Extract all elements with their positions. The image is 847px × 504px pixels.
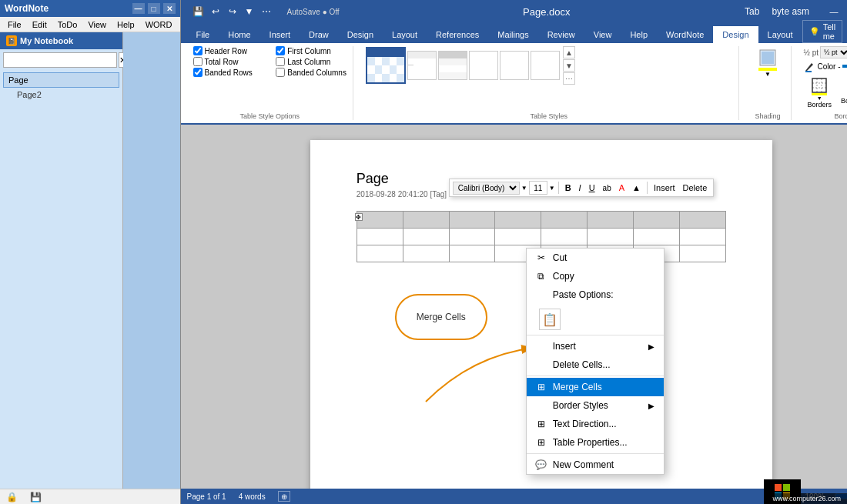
active-table-style[interactable] (366, 47, 406, 84)
tab-draw[interactable]: Draw (300, 26, 338, 43)
table-cell-r2c6[interactable] (588, 229, 634, 245)
tab-wordnote[interactable]: WordNote (657, 26, 713, 43)
tab-home[interactable]: Home (219, 26, 259, 43)
document-scroll-area[interactable]: Page 2018-09-28 20:41:20 [Tag] Calibri (… (181, 125, 848, 489)
wordnote-minimize-btn[interactable]: — (132, 3, 145, 14)
wordnote-maximize-btn[interactable]: □ (148, 3, 160, 14)
save-quick-btn[interactable]: 💾 (192, 5, 206, 18)
table-styles-up-btn[interactable]: ▲ (563, 46, 575, 58)
share-btn[interactable]: ⬆ (842, 26, 847, 38)
table-style-4[interactable] (469, 51, 498, 80)
tab-insert[interactable]: Insert (260, 26, 300, 43)
table-cell-r2c3[interactable] (449, 229, 495, 245)
table-cell-r1c5[interactable] (541, 212, 588, 229)
checkbox-last-col[interactable]: Last Column (276, 57, 346, 66)
table-move-handle[interactable]: ✥ (355, 213, 363, 221)
ctx-cut[interactable]: ✂ Cut (527, 249, 664, 267)
font-size-arrow[interactable]: ▼ (549, 185, 555, 192)
insert-btn[interactable]: Insert (651, 182, 678, 193)
table-style-6[interactable] (531, 51, 560, 80)
table-cell-r1c7[interactable] (634, 212, 680, 229)
table-cell-r2c2[interactable] (403, 229, 449, 245)
tab-design-table[interactable]: Design (713, 26, 758, 43)
font-select[interactable]: Calibri (Body) (453, 182, 520, 195)
borders-btn[interactable]: ▼ Borders (804, 75, 836, 111)
table-cell-r2c1[interactable] (357, 229, 403, 245)
table-cell-r1c8[interactable] (679, 212, 725, 229)
font-color-btn[interactable]: A (616, 182, 628, 193)
strikethrough-btn[interactable]: ab (600, 183, 614, 193)
delete-btn[interactable]: Delete (679, 182, 710, 193)
note-item-page[interactable]: Page (3, 72, 119, 88)
expand-btn[interactable]: ⊕ (278, 491, 290, 502)
tab-review[interactable]: Review (538, 26, 584, 43)
table-cell-r1c4[interactable] (495, 212, 541, 229)
line-weight-label: ½ pt (804, 48, 819, 57)
note-search-input[interactable] (3, 52, 117, 68)
more-btn[interactable]: ⋯ (259, 5, 273, 18)
table-style-3[interactable] (438, 51, 467, 80)
table-cell-r2c4[interactable] (495, 229, 541, 245)
ctx-copy[interactable]: ⧉ Copy (527, 267, 664, 285)
table-cell-r3c3[interactable] (449, 245, 495, 262)
checkbox-banded-rows[interactable]: Banded Rows (193, 68, 264, 77)
highlight-btn[interactable]: ▲ (629, 182, 644, 193)
bold-btn[interactable]: B (562, 182, 574, 193)
table-style-2[interactable] (407, 51, 437, 80)
font-size-input[interactable] (529, 181, 547, 195)
table-cell-r2c7[interactable] (634, 229, 680, 245)
checkbox-header-row[interactable]: Header Row (193, 46, 264, 55)
italic-btn[interactable]: I (576, 182, 584, 193)
checkbox-first-col[interactable]: First Column (276, 46, 346, 55)
wordnote-close-btn[interactable]: ✕ (163, 3, 176, 14)
checkbox-banded-cols[interactable]: Banded Columns (276, 68, 346, 77)
ctx-table-props[interactable]: ⊞ Table Properties... (527, 433, 664, 452)
menu-view[interactable]: View (83, 18, 111, 31)
table-styles-down-btn[interactable]: ▼ (563, 59, 575, 72)
menu-file[interactable]: File (3, 18, 26, 31)
paste-btn-1[interactable]: 📋 (539, 309, 561, 330)
table-cell-r3c1[interactable] (357, 245, 403, 262)
table-cell-r2c5[interactable] (541, 229, 588, 245)
table-cell-r3c2[interactable] (403, 245, 449, 262)
table-cell-r1c2[interactable] (403, 212, 449, 229)
menu-word[interactable]: WORD (141, 18, 177, 31)
tab-help[interactable]: Help (621, 26, 657, 43)
customize-qa-btn[interactable]: ▼ (243, 5, 256, 18)
menu-help[interactable]: Help (112, 18, 139, 31)
ctx-border-styles[interactable]: Border Styles ▶ (527, 396, 664, 415)
redo-btn[interactable]: ↪ (226, 5, 239, 18)
menu-todo[interactable]: ToDo (53, 18, 82, 31)
undo-btn[interactable]: ↩ (209, 5, 223, 18)
table-styles-more-btn[interactable]: ⋯ (563, 72, 575, 85)
tab-design-doc[interactable]: Design (338, 26, 383, 43)
tab-layout-table[interactable]: Layout (758, 26, 802, 43)
tab-layout[interactable]: Layout (383, 26, 427, 43)
underline-btn[interactable]: U (586, 182, 598, 193)
tab-references[interactable]: References (427, 26, 488, 43)
table-cell-r2c8[interactable] (679, 229, 725, 245)
tab-file[interactable]: File (187, 26, 219, 43)
border-painter-btn[interactable]: Border Painter (837, 79, 847, 107)
table-style-5[interactable] (500, 51, 529, 80)
table-cell-r1c3[interactable] (449, 212, 495, 229)
ctx-delete-cells[interactable]: Delete Cells... (527, 355, 664, 374)
ctx-text-direction[interactable]: ⊞ Text Direction... (527, 415, 664, 433)
word-minimize-btn[interactable]: — (822, 2, 846, 21)
tab-view[interactable]: View (584, 26, 621, 43)
note-item-page2[interactable]: Page2 (3, 88, 119, 102)
checkbox-total-row[interactable]: Total Row (193, 57, 264, 66)
shading-btn[interactable]: ▼ (753, 46, 782, 80)
ctx-new-comment[interactable]: 💬 New Comment (527, 456, 664, 474)
line-weight-select[interactable]: ½ pt 1 pt 2 pt (820, 46, 847, 58)
menu-edit[interactable]: Edit (28, 18, 52, 31)
ctx-merge-cells[interactable]: ⊞ Merge Cells (527, 378, 664, 396)
tell-me-btn[interactable]: 💡 Tell me (802, 20, 843, 43)
table-cell-r1c1[interactable] (357, 212, 403, 229)
table-cell-r1c6[interactable] (588, 212, 634, 229)
table-cell-r3c8[interactable] (679, 245, 725, 262)
font-dropdown-arrow[interactable]: ▼ (521, 185, 527, 192)
svg-rect-2 (805, 71, 812, 72)
tab-mailings[interactable]: Mailings (488, 26, 537, 43)
ctx-insert[interactable]: Insert ▶ (527, 337, 664, 355)
